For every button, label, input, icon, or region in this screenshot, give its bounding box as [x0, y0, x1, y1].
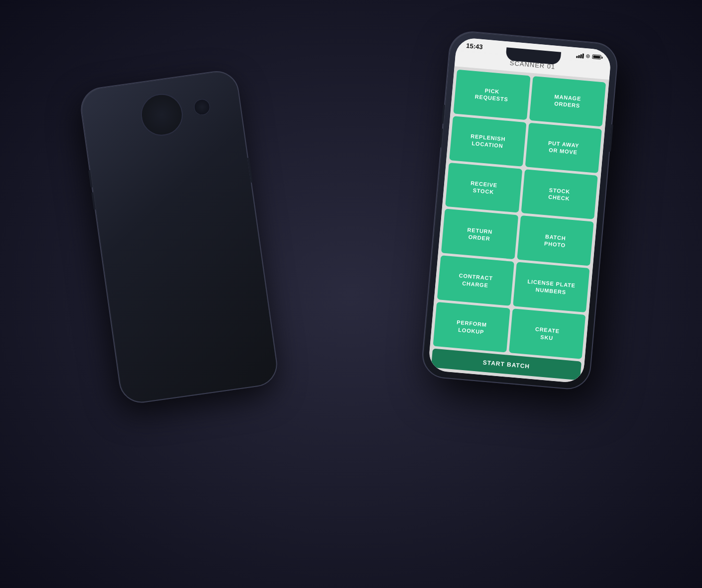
app-content: PICKREQUESTSMANAGEORDERSREPLENISHLOCATIO… [428, 66, 609, 384]
phone-screen: 15:43 ⊛ SCANNER 01 PICKREQUESTSMA [428, 37, 611, 384]
front-side-btn-left1 [442, 104, 445, 123]
status-time: 15:43 [466, 42, 483, 51]
menu-btn-create-sku[interactable]: CREATESKU [509, 308, 586, 359]
menu-btn-receive-stock[interactable]: RECEIVESTOCK [445, 163, 522, 213]
signal-icon [576, 53, 584, 58]
menu-btn-replenish-location[interactable]: REPLENISHLOCATION [449, 116, 526, 166]
menu-btn-contract-charge[interactable]: CONTRACTCHARGE [437, 256, 514, 306]
menu-grid: PICKREQUESTSMANAGEORDERSREPLENISHLOCATIO… [433, 70, 606, 359]
back-side-btn-left2 [91, 192, 96, 209]
menu-btn-put-away-or-move[interactable]: PUT AWAYOR MOVE [525, 122, 602, 173]
menu-btn-return-order[interactable]: RETURNORDER [441, 209, 518, 259]
front-side-btn-right [609, 124, 613, 152]
back-side-btn-right [247, 158, 253, 183]
menu-btn-manage-orders[interactable]: MANAGEORDERS [529, 76, 606, 126]
battery-icon [592, 54, 601, 60]
menu-btn-perform-lookup[interactable]: PERFORMLOOKUP [433, 302, 510, 352]
status-icons: ⊛ [576, 52, 601, 60]
scene: 15:43 ⊛ SCANNER 01 PICKREQUESTSMA [77, 20, 625, 568]
menu-btn-pick-requests[interactable]: PICKREQUESTS [454, 70, 531, 120]
phone-front: 15:43 ⊛ SCANNER 01 PICKREQUESTSMA [420, 29, 619, 391]
wifi-icon: ⊛ [585, 53, 590, 60]
menu-btn-batch-photo[interactable]: BATCHPHOTO [517, 215, 594, 266]
front-side-btn-left2 [439, 128, 443, 147]
phone-back [78, 68, 280, 405]
menu-btn-license-plate-numbers[interactable]: LICENSE PLATENUMBERS [513, 262, 590, 312]
back-side-btn-left1 [88, 170, 93, 188]
menu-btn-stock-check[interactable]: STOCKCHECK [521, 169, 598, 219]
